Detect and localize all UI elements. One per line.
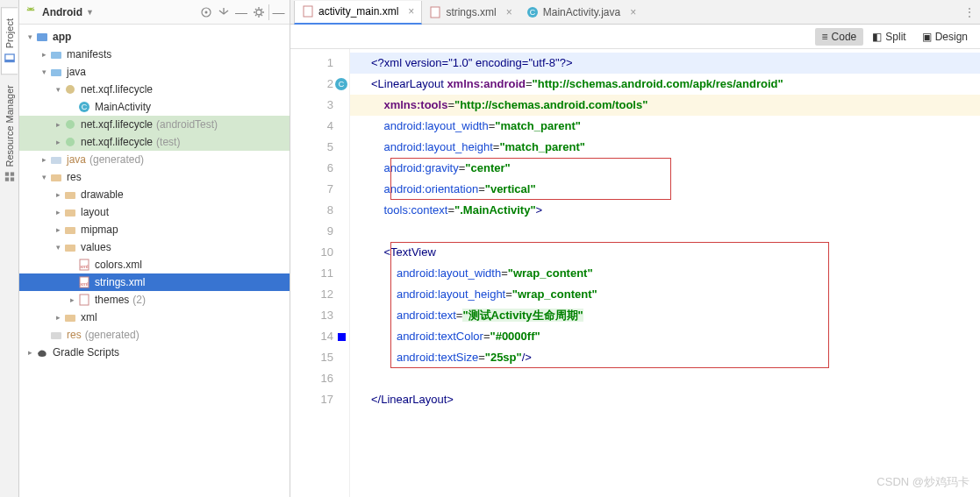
svg-text:C: C <box>82 103 88 111</box>
tree-node-colors-xml[interactable]: xmlcolors.xml <box>19 256 290 273</box>
more-tabs-icon[interactable]: ⋮ <box>964 6 975 18</box>
tree-node-res[interactable]: ▾res <box>19 168 290 186</box>
tree-node-package[interactable]: ▾net.xqf.lifecycle <box>19 81 290 98</box>
svg-point-27 <box>66 120 75 129</box>
svg-rect-34 <box>65 245 75 252</box>
svg-rect-4 <box>10 173 13 176</box>
svg-line-17 <box>255 9 257 11</box>
code-text: <?xml version="1.0" encoding="utf-8"?> <box>371 56 573 69</box>
gradle-icon <box>35 345 49 359</box>
tree-node-drawable[interactable]: ▸drawable <box>19 186 290 203</box>
tab-label: MainActivity.java <box>543 6 620 18</box>
folder-icon <box>63 310 77 324</box>
tree-node-strings-xml[interactable]: xmlstrings.xml <box>19 273 290 291</box>
svg-line-18 <box>261 14 263 16</box>
resource-manager-label: Resource Manager <box>4 85 15 167</box>
tree-node-package-test[interactable]: ▸net.xqf.lifecycle(test) <box>19 133 290 151</box>
expand-all-icon[interactable] <box>216 4 232 20</box>
gear-icon[interactable] <box>251 4 267 20</box>
tree-node-values[interactable]: ▾values <box>19 238 290 256</box>
tree-label: res <box>67 171 82 183</box>
folder-res-icon <box>49 170 63 184</box>
svg-rect-5 <box>4 173 8 176</box>
tree-label: colors.xml <box>95 259 142 271</box>
tree-node-themes[interactable]: ▸themes(2) <box>19 291 290 309</box>
code-editor[interactable]: ✓ 1 2C 3 45678910111213 14 151617 <?xml … <box>290 49 980 497</box>
chevron-right-icon: ▸ <box>67 295 77 304</box>
project-view-selector[interactable]: Android <box>42 6 82 18</box>
svg-point-24 <box>66 85 75 94</box>
design-mode-button[interactable]: ▣Design <box>915 28 975 46</box>
chevron-right-icon: ▸ <box>53 313 63 322</box>
close-icon[interactable]: × <box>408 5 414 18</box>
design-icon: ▣ <box>922 31 932 43</box>
tree-node-gradle-scripts[interactable]: ▸Gradle Scripts <box>19 344 290 361</box>
tree-suffix: (2) <box>132 294 146 306</box>
color-swatch-icon[interactable] <box>338 333 346 341</box>
tree-label: drawable <box>81 188 124 201</box>
svg-rect-1 <box>5 60 14 62</box>
tree-suffix: (generated) <box>85 329 139 341</box>
tab-mainactivity[interactable]: C MainActivity.java× <box>519 0 644 24</box>
folder-icon <box>49 65 63 79</box>
mode-label: Split <box>885 31 905 43</box>
tab-strings[interactable]: strings.xml× <box>422 0 519 24</box>
gutter[interactable]: 1 2C 3 45678910111213 14 151617 <box>290 49 350 497</box>
project-tree[interactable]: ▾app ▸manifests ▾java ▾net.xqf.lifecycle… <box>19 25 290 497</box>
split-icon: ◧ <box>872 31 882 43</box>
project-tool-tab[interactable]: Project <box>1 7 18 75</box>
svg-rect-33 <box>65 227 75 234</box>
tree-node-app[interactable]: ▾app <box>19 28 290 46</box>
xml-file-icon <box>77 293 91 307</box>
code-mode-button[interactable]: ≡Code <box>815 28 864 46</box>
svg-rect-23 <box>51 69 61 76</box>
split-mode-button[interactable]: ◧Split <box>865 28 912 46</box>
editor-area: activity_main.xml× strings.xml× C MainAc… <box>290 0 980 497</box>
svg-rect-3 <box>4 178 8 181</box>
code-content[interactable]: <?xml version="1.0" encoding="utf-8"?> <… <box>350 49 980 497</box>
chevron-right-icon: ▸ <box>53 120 63 129</box>
svg-line-8 <box>28 6 29 8</box>
close-icon[interactable]: × <box>506 6 512 18</box>
svg-rect-42 <box>304 6 312 17</box>
class-marker-icon[interactable]: C <box>335 78 347 90</box>
mode-label: Design <box>935 31 968 43</box>
tree-node-manifests[interactable]: ▸manifests <box>19 46 290 63</box>
select-opened-file-icon[interactable] <box>198 4 214 20</box>
tree-label: Gradle Scripts <box>53 346 119 359</box>
tree-label: app <box>53 31 71 43</box>
class-icon: C <box>526 6 539 18</box>
close-icon[interactable]: × <box>630 6 636 18</box>
tree-node-package-androidtest[interactable]: ▸net.xqf.lifecycle(androidTest) <box>19 116 290 133</box>
resource-manager-tab[interactable]: Resource Manager <box>2 75 18 193</box>
tree-label: java <box>67 153 86 166</box>
collapse-all-icon[interactable]: — <box>233 4 249 20</box>
tree-node-res-generated[interactable]: res(generated) <box>19 326 290 344</box>
tree-label: manifests <box>67 48 111 60</box>
chevron-right-icon: ▸ <box>39 155 49 164</box>
chevron-down-icon: ▾ <box>25 32 35 41</box>
folder-icon <box>49 47 63 61</box>
project-tool-icon <box>4 53 15 63</box>
tab-activity-main[interactable]: activity_main.xml× <box>294 1 422 25</box>
tree-node-xml[interactable]: ▸xml <box>19 309 290 326</box>
tree-node-mainactivity[interactable]: CMainActivity <box>19 98 290 116</box>
chevron-down-icon: ▾ <box>53 85 63 94</box>
chevron-right-icon: ▸ <box>53 190 63 199</box>
svg-point-6 <box>28 8 29 9</box>
tree-node-java[interactable]: ▾java <box>19 63 290 81</box>
tab-label: strings.xml <box>446 6 496 18</box>
svg-rect-32 <box>65 209 75 217</box>
android-icon <box>25 6 37 18</box>
tree-suffix: (generated) <box>89 153 144 166</box>
tree-suffix: (test) <box>156 136 180 148</box>
hide-panel-icon[interactable]: — <box>268 4 284 20</box>
tree-suffix: (androidTest) <box>156 118 218 131</box>
tree-node-mipmap[interactable]: ▸mipmap <box>19 221 290 238</box>
svg-rect-21 <box>37 33 47 41</box>
xml-file-icon: xml <box>77 275 91 289</box>
tree-node-layout[interactable]: ▸layout <box>19 203 290 221</box>
svg-rect-31 <box>65 192 75 199</box>
tree-node-java-generated[interactable]: ▸java(generated) <box>19 151 290 168</box>
class-icon: C <box>77 100 91 114</box>
